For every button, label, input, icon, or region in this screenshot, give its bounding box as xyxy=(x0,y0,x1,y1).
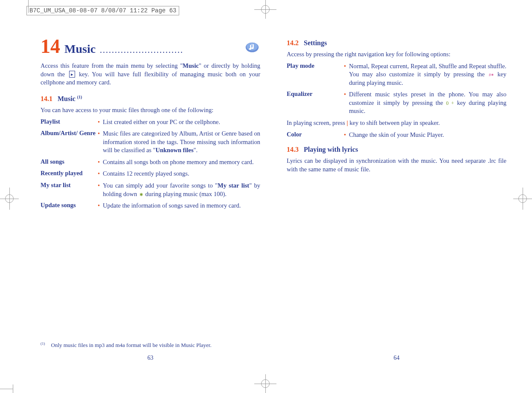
footnote: (1)Only music files in mp3 and m4a forma… xyxy=(41,341,260,349)
star-key-icon: ✱ xyxy=(140,192,143,198)
item-album-artist-genre: Album/Artist/ Genre Music files are cate… xyxy=(41,130,260,155)
item-color: Color Change the skin of your Music Play… xyxy=(287,131,506,139)
page-spread: 14 Music ............................ Ac… xyxy=(41,35,506,361)
crop-mark-bottom xyxy=(254,374,276,393)
page-number-right: 64 xyxy=(287,355,506,361)
page-number-left: 63 xyxy=(41,355,260,361)
item-recently-played: Recently played Contains 12 recently pla… xyxy=(41,170,260,178)
chapter-number: 14 xyxy=(41,35,60,58)
page-left: 14 Music ............................ Ac… xyxy=(41,35,260,361)
heading-dots: ............................ xyxy=(100,45,240,55)
play-key-icon: ▸ xyxy=(69,71,75,78)
section-14-1-lead: You can have access to your music files … xyxy=(41,106,260,115)
item-playlist: Playlist List created either on your PC … xyxy=(41,118,260,127)
section-14-2-lead: Access by pressing the right navigation … xyxy=(287,50,506,59)
speaker-note: In playing screen, press | key to shift … xyxy=(287,119,506,127)
crop-mark-top xyxy=(254,0,276,19)
crop-corner-bottom-left xyxy=(0,384,20,393)
section-14-3-body: Lyrics can be displayed in synchronizati… xyxy=(287,157,506,173)
zero-plus-key-icon: 0 + xyxy=(446,100,454,106)
item-all-songs: All songs Contains all songs both on pho… xyxy=(41,158,260,167)
intro-paragraph: Access this feature from the main menu b… xyxy=(41,62,260,87)
crop-mark-right xyxy=(513,188,532,210)
svg-point-1 xyxy=(247,42,258,50)
print-header: B7C_UM_USA_08-08-07 8/08/07 11:22 Page 6… xyxy=(26,6,179,15)
item-my-star-list: My star list You can simply add your fav… xyxy=(41,182,260,198)
item-update-songs: Update songs Update the information of s… xyxy=(41,202,260,210)
item-equalizer: Equalizer Different music styles preset … xyxy=(287,90,506,116)
section-14-2-heading: 14.2 Settings xyxy=(287,39,506,47)
page-right: 14.2 Settings Access by pressing the rig… xyxy=(287,35,506,361)
hash-key-icon: #⁕ xyxy=(489,72,494,78)
crop-corner-top-left xyxy=(24,0,32,20)
music-icon xyxy=(244,40,260,54)
section-14-1-heading: 14.1 Music (1) xyxy=(41,95,260,103)
chapter-heading: 14 Music ............................ xyxy=(41,35,260,58)
crop-mark-left xyxy=(0,188,19,210)
item-play-mode: Play mode Normal, Repeat current, Repeat… xyxy=(287,62,506,87)
chapter-title: Music xyxy=(64,42,96,56)
section-14-3-heading: 14.3 Playing with lyrics xyxy=(287,146,506,153)
